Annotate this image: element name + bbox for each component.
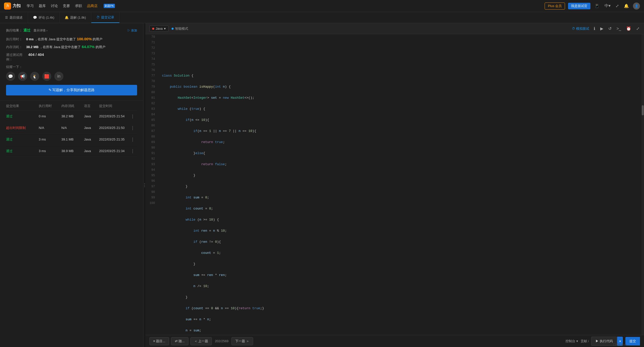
submissions-section: 提交结果 执行用时 内存消耗 语言 提交时间 通过 0 ms 38.2 MB J… bbox=[0, 101, 143, 162]
avatar[interactable]: 👤 bbox=[633, 3, 640, 10]
language-selector[interactable]: Java ▾ bbox=[149, 25, 169, 32]
submissions-icon: ⏱ bbox=[96, 15, 100, 19]
table-row[interactable]: 超出时间限制 N/A N/A Java 2022/03/25 21:50 | bbox=[6, 122, 137, 134]
lang-icon[interactable]: 中▾ bbox=[603, 2, 612, 10]
linkedin-share-icon[interactable]: in bbox=[54, 72, 63, 81]
prev-problem-button[interactable]: ＜ 上一题 bbox=[190, 337, 212, 345]
run-icon[interactable]: ▶ bbox=[600, 26, 604, 31]
problems-list-button[interactable]: ≡ 题目... bbox=[149, 337, 169, 345]
info-icon[interactable]: ℹ bbox=[593, 26, 596, 31]
random-problem-button[interactable]: ⇄ 随... bbox=[171, 337, 188, 345]
add-button[interactable]: ▷ 添加 bbox=[127, 28, 137, 33]
test-label: 通过测试用例： bbox=[6, 53, 26, 62]
nav-problems[interactable]: 题库 bbox=[39, 4, 46, 8]
bottom-left: ≡ 题目... ⇄ 随... ＜ 上一题 202/2569 下一题 ＞ bbox=[149, 337, 253, 345]
main-content: 执行结果： 通过 显示详情 › ▷ 添加 执行用时： 0 ms ，在所有 Jav… bbox=[0, 23, 644, 347]
douban-share-icon[interactable]: 🟥 bbox=[42, 72, 51, 81]
line-num-95: 95 bbox=[147, 173, 155, 178]
smart-mode-toggle[interactable]: 智能模式 bbox=[172, 26, 188, 31]
tab-submissions[interactable]: ⏱ 提交记录 bbox=[91, 12, 119, 23]
device-icon[interactable]: 📱 bbox=[593, 3, 600, 9]
nav-study[interactable]: 学习 bbox=[27, 4, 34, 8]
drag-dot-2 bbox=[144, 185, 145, 186]
line-num-90: 90 bbox=[147, 145, 155, 151]
lang-label: Java bbox=[156, 27, 163, 30]
line-num-85: 85 bbox=[147, 117, 155, 123]
interviewer-button[interactable]: 我是面试官 bbox=[568, 3, 590, 9]
nav-store[interactable]: 品商店 bbox=[87, 4, 98, 8]
col-header-mem: 内存消耗 bbox=[61, 104, 84, 108]
line-num-73: 73 bbox=[147, 51, 155, 56]
sub-lang-0: Java bbox=[84, 114, 99, 118]
sub-divider-3: | bbox=[132, 148, 137, 154]
col-header-time: 执行用时 bbox=[39, 104, 61, 108]
mem-value: 38.2 MB ，在所有 Java 提交中击败了 64.07% 的用户 bbox=[26, 45, 105, 49]
sub-date-1: 2022/03/25 21:50 bbox=[99, 126, 132, 130]
reset-icon[interactable]: ↺ bbox=[608, 26, 612, 31]
sub-mem-2: 39.1 MB bbox=[61, 137, 84, 141]
plus-member-button[interactable]: Plus 会员 bbox=[545, 3, 565, 10]
code-line-78: if(n == 1 || n == 7 || n == 10){ bbox=[162, 128, 637, 134]
line-num-91: 91 bbox=[147, 151, 155, 156]
terminal-icon[interactable]: >_ bbox=[616, 26, 622, 31]
fullscreen-icon[interactable]: ⤢ bbox=[615, 3, 620, 9]
code-editor[interactable]: 70 71 72 73 74 75 76 77 78 79 80 81 82 8… bbox=[145, 34, 644, 335]
sub-divider-2: | bbox=[132, 137, 137, 142]
nav-contest[interactable]: 竞赛 bbox=[63, 4, 70, 8]
code-line-77: if(n <= 10){ bbox=[162, 117, 637, 123]
code-line-95: sum += n * n; bbox=[162, 317, 637, 322]
tab-description[interactable]: ☰ 题目描述 bbox=[0, 12, 28, 23]
sub-status-1: 超出时间限制 bbox=[6, 126, 39, 130]
mock-interview-button[interactable]: ⏱ 模拟面试 bbox=[572, 26, 589, 31]
table-row[interactable]: 通过 3 ms 38.9 MB Java 2022/03/25 21:34 | bbox=[6, 145, 137, 157]
contrib-label[interactable]: 贡献 i bbox=[581, 339, 589, 343]
sub-mem-0: 38.2 MB bbox=[61, 114, 84, 118]
show-detail-link[interactable]: 显示详情 bbox=[33, 29, 46, 32]
editor-scrollbar[interactable] bbox=[641, 34, 644, 335]
table-row[interactable]: 通过 3 ms 39.1 MB Java 2022/03/25 21:35 | bbox=[6, 134, 137, 145]
logo[interactable]: 力 力扣 bbox=[4, 3, 21, 10]
tab-comments[interactable]: 💬 评论 (1.4k) bbox=[28, 12, 60, 23]
col-header-extra bbox=[132, 104, 137, 108]
test-value: 404 / 404 bbox=[28, 52, 44, 57]
clock-icon[interactable]: ⏰ bbox=[626, 26, 632, 31]
qq-share-icon[interactable]: 🐧 bbox=[30, 72, 39, 81]
code-line-76: while (true) { bbox=[162, 106, 637, 112]
notification-icon[interactable]: 🔔 bbox=[623, 3, 630, 9]
weibo-share-icon[interactable]: 📢 bbox=[18, 72, 27, 81]
sub-mem-1: N/A bbox=[61, 126, 84, 130]
page-info: 202/2569 bbox=[215, 339, 228, 343]
write-solution-button[interactable]: ✎ 写题解，分享我的解题思路 bbox=[6, 85, 137, 95]
time-label: 执行用时： bbox=[6, 37, 26, 42]
nav-items: 学习 题库 讨论 竞赛 求职 品商店 bbox=[27, 4, 98, 8]
col-header-date: 提交时间 bbox=[99, 104, 132, 108]
line-num-88: 88 bbox=[147, 134, 155, 140]
expand-icon[interactable]: ⤢ bbox=[636, 26, 640, 31]
line-num-98: 98 bbox=[147, 189, 155, 195]
line-num-89: 89 bbox=[147, 140, 155, 145]
console-button[interactable]: 控制台 ▾ bbox=[566, 339, 578, 343]
line-num-81: 81 bbox=[147, 95, 155, 101]
code-line-84: int sum = 0; bbox=[162, 195, 637, 200]
mem-suffix: ，在所有 Java 提交中击败了 bbox=[39, 45, 81, 49]
code-line-80: }else{ bbox=[162, 151, 637, 156]
line-num-86: 86 bbox=[147, 123, 155, 128]
table-row[interactable]: 通过 0 ms 38.2 MB Java 2022/03/25 21:54 | bbox=[6, 111, 137, 122]
sub-date-3: 2022/03/25 21:34 bbox=[99, 149, 132, 153]
code-line-93: } bbox=[162, 295, 637, 300]
line-num-97: 97 bbox=[147, 184, 155, 189]
drag-dot-3 bbox=[144, 186, 145, 187]
left-panel: 执行结果： 通过 显示详情 › ▷ 添加 执行用时： 0 ms ，在所有 Jav… bbox=[0, 23, 143, 347]
nav-jobs[interactable]: 求职 bbox=[75, 4, 82, 8]
wechat-share-icon[interactable]: 💬 bbox=[6, 72, 15, 81]
drag-handle[interactable] bbox=[143, 23, 145, 347]
next-problem-button[interactable]: 下一题 ＞ bbox=[231, 337, 253, 345]
nav-discuss[interactable]: 讨论 bbox=[51, 4, 58, 8]
col-header-lang: 语言 bbox=[84, 104, 99, 108]
time-value: 0 ms ，在所有 Java 提交中击败了 100.00% 的用户 bbox=[26, 37, 102, 42]
top-nav: 力 力扣 学习 题库 讨论 竞赛 求职 品商店 刷题PK Plus 会员 我是面… bbox=[0, 0, 644, 12]
line-num-80: 80 bbox=[147, 90, 155, 95]
tab-solutions[interactable]: 🔔 题解 (1.8k) bbox=[60, 12, 91, 23]
code-line-90: } bbox=[162, 261, 637, 267]
code-line-92: n /= 10; bbox=[162, 284, 637, 289]
